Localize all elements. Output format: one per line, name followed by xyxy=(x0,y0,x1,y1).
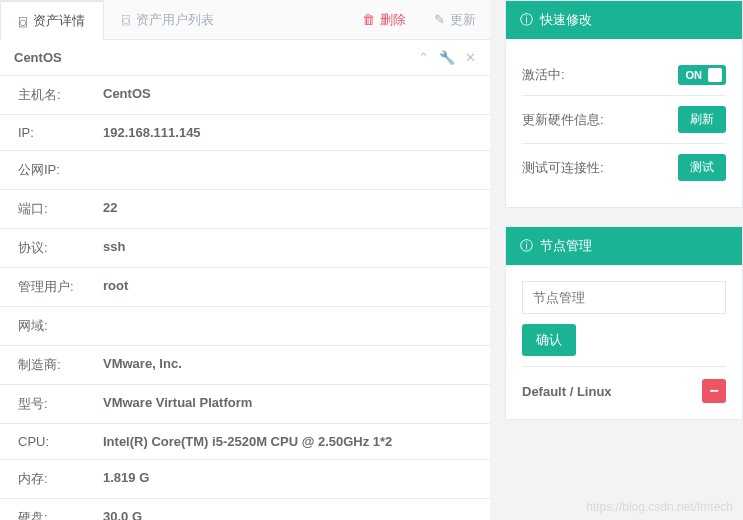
node-input[interactable] xyxy=(522,281,726,314)
active-toggle[interactable]: ON xyxy=(678,65,727,85)
info-icon: ⓘ xyxy=(520,237,533,255)
delete-button[interactable]: 🗑 删除 xyxy=(348,0,420,39)
detail-value: Intel(R) Core(TM) i5-2520M CPU @ 2.50GHz… xyxy=(103,434,472,449)
edit-icon: ✎ xyxy=(434,12,445,27)
close-icon[interactable]: ✕ xyxy=(465,50,476,65)
tab-label: 资产详情 xyxy=(33,12,85,30)
node-manage-title: 节点管理 xyxy=(540,237,592,255)
detail-row: IP:192.168.111.145 xyxy=(0,115,490,151)
detail-row: 硬盘:30.0 G xyxy=(0,499,490,520)
detail-row: 内存:1.819 G xyxy=(0,460,490,499)
toggle-text: ON xyxy=(686,69,703,81)
detail-label: 制造商: xyxy=(18,356,103,374)
detail-value: VMware Virtual Platform xyxy=(103,395,472,413)
detail-label: 型号: xyxy=(18,395,103,413)
detail-row: 型号:VMware Virtual Platform xyxy=(0,385,490,424)
refresh-hw-label: 更新硬件信息: xyxy=(522,111,604,129)
confirm-button[interactable]: 确认 xyxy=(522,324,576,356)
detail-row: 网域: xyxy=(0,307,490,346)
test-button[interactable]: 测试 xyxy=(678,154,726,181)
detail-label: 端口: xyxy=(18,200,103,218)
watermark: https://blog.csdn.net/fmtech xyxy=(586,500,733,514)
detail-row: 协议:ssh xyxy=(0,229,490,268)
detail-value: 192.168.111.145 xyxy=(103,125,472,140)
detail-row: 端口:22 xyxy=(0,190,490,229)
laptop-icon: ⌼ xyxy=(122,12,130,27)
detail-row: CPU:Intel(R) Core(TM) i5-2520M CPU @ 2.5… xyxy=(0,424,490,460)
panel-title: CentOS xyxy=(14,50,62,65)
info-icon: ⓘ xyxy=(520,11,533,29)
detail-label: IP: xyxy=(18,125,103,140)
tab-asset-detail[interactable]: ⌼ 资产详情 xyxy=(0,0,104,40)
node-manage-header: ⓘ 节点管理 xyxy=(506,227,742,265)
tab-asset-userlist[interactable]: ⌼ 资产用户列表 xyxy=(104,0,232,39)
detail-row: 主机名:CentOS xyxy=(0,76,490,115)
quick-edit-title: 快速修改 xyxy=(540,11,592,29)
detail-value: 1.819 G xyxy=(103,470,472,488)
refresh-button[interactable]: 刷新 xyxy=(678,106,726,133)
trash-icon: 🗑 xyxy=(362,12,375,27)
test-conn-label: 测试可连接性: xyxy=(522,159,604,177)
update-button[interactable]: ✎ 更新 xyxy=(420,0,490,39)
detail-value: ssh xyxy=(103,239,472,257)
tab-label: 资产用户列表 xyxy=(136,11,214,29)
detail-label: 硬盘: xyxy=(18,509,103,520)
quick-edit-header: ⓘ 快速修改 xyxy=(506,1,742,39)
toggle-knob xyxy=(708,68,722,82)
detail-row: 制造商:VMware, Inc. xyxy=(0,346,490,385)
wrench-icon[interactable]: 🔧 xyxy=(439,50,455,65)
panel-header: CentOS ⌃ 🔧 ✕ xyxy=(0,40,490,76)
detail-row: 管理用户:root xyxy=(0,268,490,307)
detail-label: 网域: xyxy=(18,317,103,335)
node-entry-label: Default / Linux xyxy=(522,384,612,399)
quick-edit-panel: ⓘ 快速修改 激活中: ON 更新硬件信息: 刷新 测试可连接性: 测试 xyxy=(505,0,743,208)
detail-value xyxy=(103,317,472,335)
detail-label: 协议: xyxy=(18,239,103,257)
detail-row: 公网IP: xyxy=(0,151,490,190)
detail-value xyxy=(103,161,472,179)
delete-label: 删除 xyxy=(380,11,406,29)
tabs-bar: ⌼ 资产详情 ⌼ 资产用户列表 🗑 删除 ✎ 更新 xyxy=(0,0,490,40)
detail-value: CentOS xyxy=(103,86,472,104)
detail-value: 30.0 G xyxy=(103,509,472,520)
detail-label: 主机名: xyxy=(18,86,103,104)
detail-label: CPU: xyxy=(18,434,103,449)
detail-value: root xyxy=(103,278,472,296)
detail-table: 主机名:CentOSIP:192.168.111.145公网IP:端口:22协议… xyxy=(0,76,490,520)
detail-label: 公网IP: xyxy=(18,161,103,179)
node-manage-panel: ⓘ 节点管理 确认 Default / Linux − xyxy=(505,226,743,420)
detail-label: 内存: xyxy=(18,470,103,488)
laptop-icon: ⌼ xyxy=(19,14,27,29)
chevron-up-icon[interactable]: ⌃ xyxy=(418,50,429,65)
detail-value: VMware, Inc. xyxy=(103,356,472,374)
active-label: 激活中: xyxy=(522,66,565,84)
detail-value: 22 xyxy=(103,200,472,218)
detail-label: 管理用户: xyxy=(18,278,103,296)
remove-node-button[interactable]: − xyxy=(702,379,726,403)
update-label: 更新 xyxy=(450,11,476,29)
